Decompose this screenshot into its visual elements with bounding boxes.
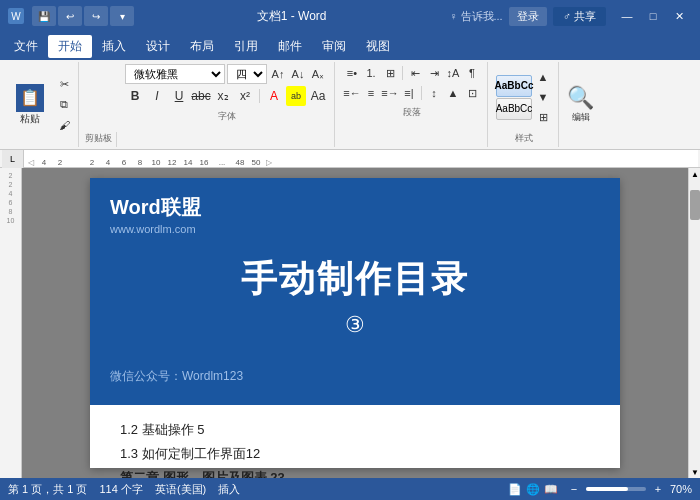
title-bar: W 💾 ↩ ↪ ▾ 文档1 - Word ♀ 告诉我... 登录 ♂ 共享 — … xyxy=(0,0,700,32)
paragraph-group: ≡• 1. ⊞ ⇤ ⇥ ↕A ¶ ≡← ≡ ≡→ ≡| ↕ ▲ ⊡ 段落 xyxy=(337,62,488,147)
minimize-button[interactable]: — xyxy=(614,4,640,28)
close-button[interactable]: ✕ xyxy=(666,4,692,28)
quick-access-toolbar: W 💾 ↩ ↪ ▾ xyxy=(8,6,134,26)
banner-title: 手动制作目录 xyxy=(110,255,600,304)
save-quick-btn[interactable]: 💾 xyxy=(32,6,56,26)
paste-button[interactable]: 📋 粘贴 xyxy=(8,64,52,145)
clipboard-group: 📋 粘贴 ✂ ⧉ 🖌 xyxy=(4,62,79,147)
banner-wechat: 微信公众号：Wordlm123 xyxy=(110,368,600,385)
find-button[interactable]: 🔍 编辑 xyxy=(567,85,594,124)
clear-format-btn[interactable]: Aₓ xyxy=(309,65,327,83)
scroll-up-button[interactable]: ▲ xyxy=(689,168,700,180)
window-controls: — □ ✕ xyxy=(614,4,692,28)
bullet-list-btn[interactable]: ≡• xyxy=(343,64,361,82)
align-right-btn[interactable]: ≡→ xyxy=(381,84,399,102)
align-left-btn[interactable]: ≡← xyxy=(343,84,361,102)
redo-quick-btn[interactable]: ↪ xyxy=(84,6,108,26)
styles-group-label: 样式 xyxy=(515,132,533,145)
scroll-down-button[interactable]: ▼ xyxy=(689,466,700,478)
font-row2: B I U abc x₂ x² A ab Aa xyxy=(125,86,328,106)
paragraph-group-label: 段落 xyxy=(343,106,481,119)
menu-insert[interactable]: 插入 xyxy=(92,35,136,58)
title-right-controls: ♀ 告诉我... 登录 ♂ 共享 xyxy=(449,7,606,26)
zoom-in-button[interactable]: + xyxy=(650,481,666,497)
increase-indent-btn[interactable]: ⇥ xyxy=(425,64,443,82)
status-bar: 第 1 页，共 1 页 114 个字 英语(美国) 插入 📄 🌐 📖 − + 7… xyxy=(0,478,700,500)
toc-item-3: 第二章 图形、图片及图表 23 xyxy=(120,469,590,478)
ruler-corner[interactable]: L xyxy=(2,150,24,168)
menu-home[interactable]: 开始 xyxy=(48,35,92,58)
layout-web-btn[interactable]: 🌐 xyxy=(526,483,540,496)
normal-style[interactable]: AaBbCc xyxy=(496,98,532,120)
menu-references[interactable]: 引用 xyxy=(224,35,268,58)
menu-review[interactable]: 审阅 xyxy=(312,35,356,58)
styles-scroll-up[interactable]: ▲ xyxy=(534,68,552,86)
share-button[interactable]: ♂ 共享 xyxy=(553,7,606,26)
font-group-label: 字体 xyxy=(125,110,328,123)
line-spacing-btn[interactable]: ↕ xyxy=(425,84,443,102)
cut-button[interactable]: ✂ xyxy=(54,76,74,94)
justify-btn[interactable]: ≡| xyxy=(400,84,418,102)
strikethrough-button[interactable]: abc xyxy=(191,86,211,106)
italic-button[interactable]: I xyxy=(147,86,167,106)
ribbon: 📋 粘贴 ✂ ⧉ 🖌 剪贴板 微软雅黑 四号 A↑ A↓ Aₓ B I U ab… xyxy=(0,60,700,150)
font-row1: 微软雅黑 四号 A↑ A↓ Aₓ xyxy=(125,64,328,84)
decrease-indent-btn[interactable]: ⇤ xyxy=(406,64,424,82)
paragraph-row2: ≡← ≡ ≡→ ≡| ↕ ▲ ⊡ xyxy=(343,84,481,102)
zoom-bar[interactable] xyxy=(586,487,646,491)
font-size-selector[interactable]: 四号 xyxy=(227,64,267,84)
styles-expand[interactable]: ⊞ xyxy=(534,108,552,126)
numbered-list-btn[interactable]: 1. xyxy=(362,64,380,82)
login-button[interactable]: 登录 xyxy=(509,7,547,26)
insert-mode: 插入 xyxy=(218,482,240,497)
menu-layout[interactable]: 布局 xyxy=(180,35,224,58)
shading-btn[interactable]: ▲ xyxy=(444,84,462,102)
show-formatting-btn[interactable]: ¶ xyxy=(463,64,481,82)
window-title: 文档1 - Word xyxy=(134,8,449,25)
underline-button[interactable]: U xyxy=(169,86,189,106)
scroll-track[interactable] xyxy=(689,180,700,466)
font-family-selector[interactable]: 微软雅黑 xyxy=(125,64,225,84)
zoom-fill xyxy=(586,487,628,491)
vertical-ruler: 2 2 4 6 8 10 xyxy=(0,168,22,478)
format-painter-button[interactable]: 🖌 xyxy=(54,116,74,134)
menu-design[interactable]: 设计 xyxy=(136,35,180,58)
highlight-button[interactable]: ab xyxy=(286,86,306,106)
zoom-out-button[interactable]: − xyxy=(566,481,582,497)
content-area: 2 2 4 6 8 10 Word联盟 www.wordlm.com 手动制作目… xyxy=(0,168,700,478)
layout-print-btn[interactable]: 📄 xyxy=(508,483,522,496)
page: Word联盟 www.wordlm.com 手动制作目录 ③ 微信公众号：Wor… xyxy=(90,178,620,468)
clipboard-small-buttons: ✂ ⧉ 🖌 xyxy=(54,64,74,145)
font-size-adjust[interactable]: Aa xyxy=(308,86,328,106)
styles-scroll-down[interactable]: ▼ xyxy=(534,88,552,106)
superscript-button[interactable]: x² xyxy=(235,86,255,106)
copy-button[interactable]: ⧉ xyxy=(54,96,74,114)
bold-button[interactable]: B xyxy=(125,86,145,106)
multilevel-list-btn[interactable]: ⊞ xyxy=(381,64,399,82)
clipboard-group-label: 剪贴板 xyxy=(81,132,117,147)
scroll-thumb[interactable] xyxy=(690,190,700,220)
menu-file[interactable]: 文件 xyxy=(4,35,48,58)
layout-read-btn[interactable]: 📖 xyxy=(544,483,558,496)
paste-icon: 📋 xyxy=(16,84,44,112)
document-container: Word联盟 www.wordlm.com 手动制作目录 ③ 微信公众号：Wor… xyxy=(22,168,688,478)
zoom-level: 70% xyxy=(670,483,692,495)
font-color-button[interactable]: A xyxy=(264,86,284,106)
align-center-btn[interactable]: ≡ xyxy=(362,84,380,102)
tell-me-input[interactable]: ♀ 告诉我... xyxy=(449,9,502,24)
word-icon: W xyxy=(8,8,24,24)
toc-section: 1.2 基础操作 5 1.3 如何定制工作界面12 第二章 图形、图片及图表 2… xyxy=(120,421,590,478)
vertical-scrollbar: ▲ ▼ xyxy=(688,168,700,478)
heading1-style[interactable]: AaBbCc xyxy=(496,75,532,97)
borders-btn[interactable]: ⊡ xyxy=(463,84,481,102)
font-group: 微软雅黑 四号 A↑ A↓ Aₓ B I U abc x₂ x² A ab Aa… xyxy=(119,62,335,147)
undo-quick-btn[interactable]: ↩ xyxy=(58,6,82,26)
menu-mailings[interactable]: 邮件 xyxy=(268,35,312,58)
customize-quick-btn[interactable]: ▾ xyxy=(110,6,134,26)
subscript-button[interactable]: x₂ xyxy=(213,86,233,106)
menu-view[interactable]: 视图 xyxy=(356,35,400,58)
maximize-button[interactable]: □ xyxy=(640,4,666,28)
decrease-font-btn[interactable]: A↓ xyxy=(289,65,307,83)
increase-font-btn[interactable]: A↑ xyxy=(269,65,287,83)
sort-btn[interactable]: ↕A xyxy=(444,64,462,82)
